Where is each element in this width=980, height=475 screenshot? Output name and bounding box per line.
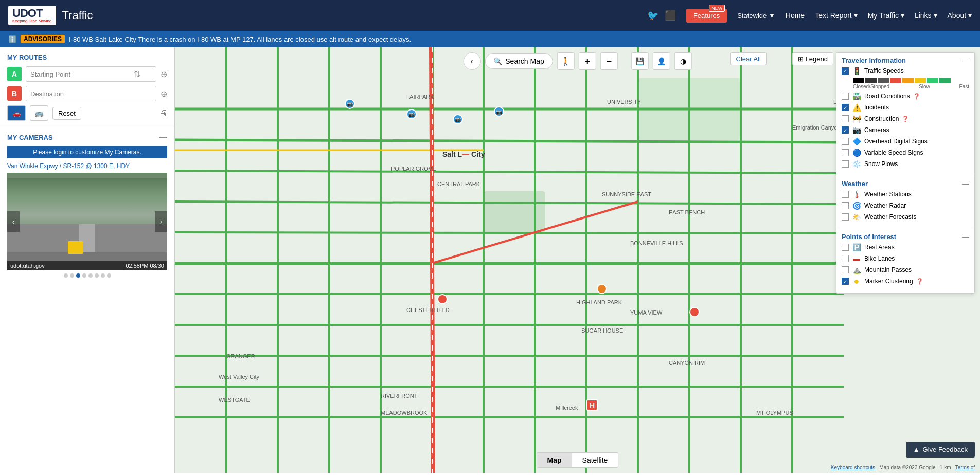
cameras-login-btn[interactable]: Please login to customize My Cameras. — [7, 146, 167, 158]
terms-text[interactable]: Terms of — [955, 465, 975, 470]
camera-prev-btn[interactable]: ‹ — [7, 211, 20, 232]
destination-target-btn[interactable]: ⊕ — [161, 89, 167, 99]
weather-forecasts-checkbox[interactable] — [842, 213, 849, 221]
camera-next-btn[interactable]: › — [155, 211, 167, 232]
speed-block-black — [853, 78, 864, 83]
construction-label: Construction — [864, 115, 899, 122]
map-type-map[interactable]: Map — [537, 453, 572, 467]
new-badge: NEW — [709, 5, 725, 12]
nav-links[interactable]: Links ▾ — [915, 11, 937, 20]
give-feedback-btn[interactable]: ▲ Give Feedback — [906, 442, 975, 458]
map-share-btn[interactable]: 👤 — [653, 52, 670, 70]
map-pin-incident[interactable] — [437, 294, 448, 304]
feedback-icon: ▲ — [913, 446, 920, 453]
zoom-out-button[interactable]: − — [600, 52, 618, 70]
search-map-button[interactable]: 🔍 Search Map — [485, 53, 553, 69]
overhead-signs-checkbox[interactable] — [842, 138, 849, 145]
map-save-btn[interactable]: 💾 — [631, 52, 649, 70]
camera-dot-6[interactable] — [95, 273, 99, 278]
map-pin-2[interactable]: 📷 — [406, 109, 417, 119]
map-pin-1[interactable]: 📷 — [345, 99, 355, 109]
header: UDOT Keeping Utah Moving Traffic 🐦 ⬛ NEW… — [0, 0, 980, 31]
nav-home[interactable]: Home — [786, 11, 805, 20]
camera-dot-4[interactable] — [82, 273, 86, 278]
destination-row: B ⊕ — [7, 86, 167, 101]
map-pin-incident2[interactable] — [689, 307, 700, 317]
camera-dot-5[interactable] — [88, 273, 93, 278]
mountain-passes-item: ⛰️ Mountain Passes — [842, 265, 969, 275]
camera-dot-1[interactable] — [64, 273, 68, 278]
construction-checkbox[interactable] — [842, 115, 849, 122]
rest-areas-label: Rest Areas — [864, 244, 895, 251]
cameras-checkbox[interactable] — [842, 126, 849, 134]
cameras-item: 📷 Cameras — [842, 125, 969, 135]
camera-dot-2[interactable] — [70, 273, 74, 278]
map-pin-3[interactable]: 📷 — [453, 114, 463, 124]
person-icon-btn[interactable]: 🚶 — [557, 52, 575, 70]
zoom-in-button[interactable]: + — [579, 52, 596, 70]
road-conditions-checkbox[interactable] — [842, 93, 849, 100]
nav-my-traffic[interactable]: My Traffic ▾ — [868, 11, 904, 20]
traffic-speeds-checkbox[interactable] — [842, 67, 849, 75]
cameras-minimize-btn[interactable]: — — [159, 133, 167, 142]
incidents-checkbox[interactable] — [842, 104, 849, 111]
svg-line-28 — [431, 47, 433, 473]
camera-location-link[interactable]: Van Winkle Expwy / SR-152 @ 1300 E, HDY — [7, 162, 167, 170]
mountain-passes-checkbox[interactable] — [842, 266, 849, 273]
hospital-marker[interactable]: H — [586, 399, 598, 411]
variable-speed-checkbox[interactable] — [842, 149, 849, 156]
facebook-icon[interactable]: ⬛ — [665, 10, 676, 21]
starting-point-target-btn[interactable]: ⊕ — [161, 69, 167, 79]
swap-icon[interactable]: ⇅ — [134, 69, 140, 79]
camera-dot-8[interactable] — [107, 273, 111, 278]
legend-panel: Traveler Information — 🚦 Traffic Speeds — [836, 52, 975, 294]
nav-text-report[interactable]: Text Report ▾ — [815, 11, 857, 20]
twitter-icon[interactable]: 🐦 — [647, 10, 658, 21]
nav-about[interactable]: About ▾ — [948, 11, 972, 20]
cameras-icon: 📷 — [852, 125, 861, 135]
label-highland: HIGHLAND PARK — [576, 299, 622, 305]
camera-dot-7[interactable] — [101, 273, 105, 278]
incidents-item: ⚠️ Incidents — [842, 103, 969, 112]
weather-collapse[interactable]: — — [962, 179, 969, 188]
map-area[interactable]: FAIRPARK Salt L— City POPLAR GROVE CENTR… — [175, 47, 980, 473]
speed-bar — [853, 78, 969, 83]
traveler-info-collapse[interactable]: — — [962, 56, 969, 64]
print-btn[interactable]: 🖨 — [159, 108, 167, 118]
features-button[interactable]: NEW Features — [686, 9, 727, 23]
speed-block-orange — [902, 78, 914, 83]
traffic-speeds-icon: 🚦 — [852, 66, 861, 76]
map-type-satellite[interactable]: Satellite — [572, 453, 618, 467]
map-contrast-btn[interactable]: ◑ — [674, 52, 692, 70]
reset-btn[interactable]: Reset — [52, 107, 81, 120]
poi-collapse[interactable]: — — [962, 232, 969, 241]
snow-plows-checkbox[interactable] — [842, 160, 849, 168]
clear-all-btn[interactable]: Clear All — [730, 52, 767, 65]
svg-line-7 — [175, 232, 844, 233]
advisory-label: ADVISORIES — [21, 35, 65, 43]
rest-areas-checkbox[interactable] — [842, 244, 849, 251]
weather-stations-checkbox[interactable] — [842, 191, 849, 198]
road-conditions-label: Road Conditions — [864, 93, 910, 100]
bus-mode-btn[interactable]: 🚌 — [30, 105, 48, 121]
speed-block-yellow — [915, 78, 926, 83]
header-right: 🐦 ⬛ NEW Features Statewide ▼ Home Text R… — [647, 9, 972, 23]
variable-speed-icon: 🔵 — [852, 148, 861, 157]
statewide-button[interactable]: Statewide ▼ — [737, 12, 775, 20]
marker-clustering-checkbox[interactable] — [842, 278, 849, 285]
back-button[interactable]: ‹ — [463, 52, 480, 70]
car-mode-btn[interactable]: 🚗 — [7, 105, 26, 121]
destination-input[interactable] — [26, 86, 156, 101]
bike-lanes-checkbox[interactable] — [842, 255, 849, 262]
construction-help[interactable]: ❓ — [902, 116, 909, 122]
legend-toggle-btn[interactable]: ⊞ Legend — [792, 52, 833, 65]
marker-clustering-help[interactable]: ❓ — [916, 278, 923, 285]
my-routes-section: MY ROUTES A ⊕ ⇅ B ⊕ 🚗 🚌 Reset 🖨 — [0, 47, 174, 127]
map-pin-4[interactable]: 📷 — [494, 106, 504, 117]
weather-radar-checkbox[interactable] — [842, 202, 849, 209]
label-fairpark: FAIRPARK — [406, 94, 434, 100]
map-pin-warning[interactable] — [597, 284, 607, 294]
road-conditions-help[interactable]: ❓ — [913, 93, 920, 100]
camera-dot-3[interactable] — [76, 273, 80, 278]
keyboard-shortcuts[interactable]: Keyboard shortcuts — [831, 465, 875, 470]
